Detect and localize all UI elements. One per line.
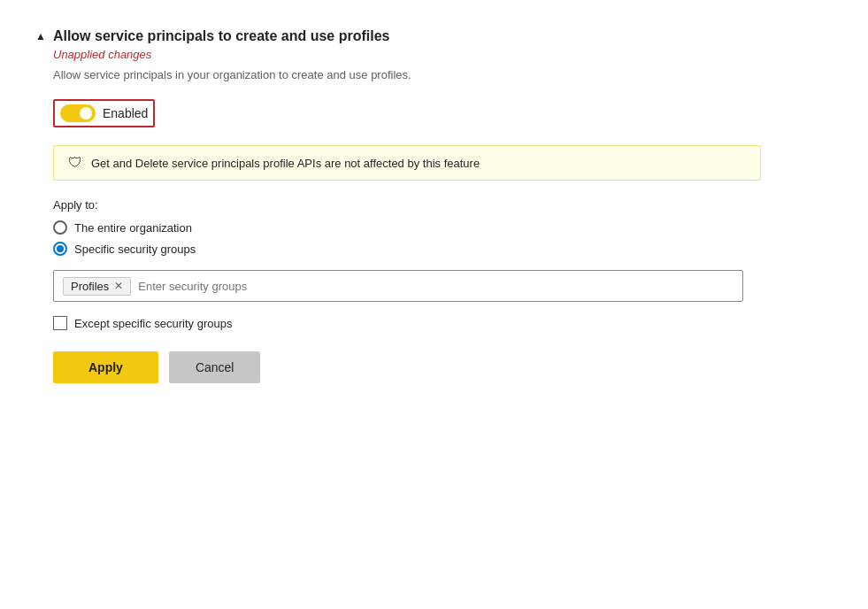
button-row: Apply Cancel bbox=[53, 351, 761, 383]
unapplied-changes-label: Unapplied changes bbox=[53, 48, 761, 61]
section-header: ▲ Allow service principals to create and… bbox=[35, 28, 761, 44]
profiles-tag: Profiles ✕ bbox=[63, 277, 131, 296]
except-checkbox-label: Except specific security groups bbox=[74, 317, 232, 330]
security-groups-input-field[interactable]: Profiles ✕ bbox=[53, 270, 743, 302]
info-banner-text: Get and Delete service principals profil… bbox=[91, 157, 480, 170]
radio-specific-groups-label: Specific security groups bbox=[74, 243, 196, 256]
radio-entire-org-label: The entire organization bbox=[74, 221, 192, 235]
info-shield-icon: 🛡 bbox=[68, 155, 82, 171]
section-description: Allow service principals in your organiz… bbox=[53, 68, 761, 81]
apply-button[interactable]: Apply bbox=[53, 351, 158, 383]
main-container: ▲ Allow service principals to create and… bbox=[0, 0, 796, 412]
radio-entire-org[interactable]: The entire organization bbox=[53, 220, 761, 235]
security-groups-text-input[interactable] bbox=[138, 280, 734, 293]
radio-dot bbox=[57, 245, 64, 252]
except-checkbox[interactable] bbox=[53, 316, 67, 330]
section-title: Allow service principals to create and u… bbox=[53, 28, 390, 44]
radio-entire-org-button[interactable] bbox=[53, 220, 67, 235]
apply-to-radio-group: The entire organization Specific securit… bbox=[53, 220, 761, 256]
toggle-wrapper[interactable]: Enabled bbox=[53, 99, 155, 127]
apply-to-label: Apply to: bbox=[53, 198, 761, 212]
toggle-thumb bbox=[80, 107, 92, 119]
except-checkbox-row[interactable]: Except specific security groups bbox=[53, 316, 761, 330]
info-banner: 🛡 Get and Delete service principals prof… bbox=[53, 145, 761, 181]
tag-close-icon[interactable]: ✕ bbox=[114, 280, 123, 292]
radio-specific-groups-button[interactable] bbox=[53, 242, 67, 256]
radio-specific-groups[interactable]: Specific security groups bbox=[53, 242, 761, 256]
collapse-arrow-icon[interactable]: ▲ bbox=[35, 30, 46, 42]
cancel-button[interactable]: Cancel bbox=[169, 351, 261, 383]
toggle-label: Enabled bbox=[103, 106, 148, 120]
enabled-toggle[interactable] bbox=[60, 104, 96, 122]
toggle-row: Enabled bbox=[53, 99, 761, 127]
tag-label: Profiles bbox=[71, 280, 109, 293]
